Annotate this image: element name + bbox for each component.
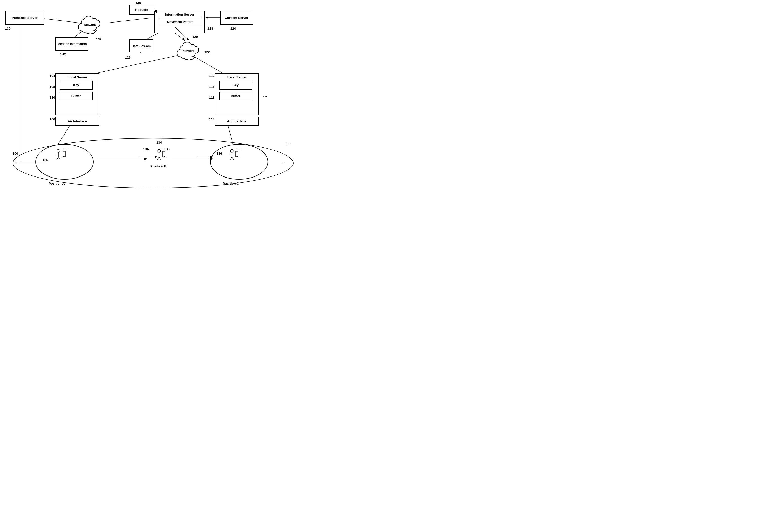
svg-line-13 bbox=[228, 124, 233, 144]
svg-rect-43 bbox=[236, 156, 238, 157]
air-interface1-box: Air Interface bbox=[55, 117, 99, 126]
key1-label: Key bbox=[73, 83, 79, 87]
buffer1-box: Buffer bbox=[60, 92, 93, 100]
network-cloud2: Network bbox=[175, 39, 202, 62]
location-info-label: Location Information bbox=[56, 42, 86, 46]
information-server-label: Information Server bbox=[165, 13, 194, 16]
buffer2-label: Buffer bbox=[231, 94, 240, 98]
svg-line-40 bbox=[232, 157, 233, 160]
local-server1-box: Local Server Key Buffer bbox=[55, 73, 99, 115]
key2-label: Key bbox=[232, 83, 239, 87]
air-interface2-label: Air Interface bbox=[227, 119, 246, 123]
location-info-box: Location Information bbox=[55, 37, 88, 51]
label-106: 106 bbox=[50, 117, 55, 121]
label-142: 142 bbox=[60, 52, 66, 56]
label-134: 134 bbox=[156, 141, 162, 144]
phone-a bbox=[62, 151, 66, 158]
label-140: 140 bbox=[135, 1, 141, 5]
content-server-label: Content Server bbox=[225, 16, 248, 20]
local-server1-label: Local Server bbox=[67, 75, 87, 79]
svg-point-28 bbox=[158, 149, 161, 152]
svg-line-24 bbox=[58, 157, 60, 160]
label-124: 124 bbox=[230, 27, 236, 30]
content-server-box: Content Server bbox=[220, 11, 253, 25]
dots-left-ellipse: ... bbox=[15, 159, 19, 165]
key2-box: Key bbox=[219, 81, 252, 90]
label-130: 130 bbox=[5, 27, 11, 30]
svg-line-39 bbox=[230, 157, 232, 160]
person-a bbox=[56, 149, 61, 160]
svg-rect-35 bbox=[164, 156, 165, 157]
label-122: 122 bbox=[204, 50, 210, 54]
phone-c bbox=[235, 151, 239, 158]
diagram: Presence Server 130 Network 132 Location… bbox=[0, 0, 304, 207]
label-120: 120 bbox=[192, 35, 198, 39]
svg-line-0 bbox=[39, 18, 78, 23]
label-112: 112 bbox=[209, 74, 214, 78]
svg-text:Network: Network bbox=[84, 23, 96, 27]
label-136c: 136 bbox=[216, 152, 222, 156]
label-136a: 136 bbox=[42, 158, 48, 162]
person-c bbox=[229, 149, 234, 160]
label-100: 100 bbox=[13, 152, 18, 156]
request-box: Request bbox=[129, 5, 154, 15]
presence-server-box: Presence Server bbox=[5, 11, 44, 25]
svg-line-23 bbox=[57, 157, 58, 160]
position-c-label: Position C bbox=[223, 182, 239, 185]
network-cloud1: Network bbox=[76, 13, 104, 36]
svg-text:Network: Network bbox=[182, 49, 194, 53]
label-138b: 138 bbox=[164, 147, 169, 151]
buffer2-box: Buffer bbox=[219, 92, 252, 100]
local-server2-label: Local Server bbox=[227, 75, 246, 79]
dots-right-ellipse: ... bbox=[280, 159, 285, 165]
data-stream-label: Data Stream bbox=[132, 44, 151, 48]
request-label: Request bbox=[135, 8, 148, 12]
label-128: 128 bbox=[207, 27, 213, 30]
svg-line-31 bbox=[157, 157, 159, 160]
movement-pattern-label: Movement Pattern bbox=[167, 20, 193, 24]
label-110: 110 bbox=[50, 96, 55, 99]
label-108: 108 bbox=[50, 85, 55, 89]
movement-pattern-box: Movement Pattern bbox=[159, 18, 201, 26]
position-a-label: Position A bbox=[49, 182, 65, 185]
local-server2-box: Local Server Key Buffer bbox=[214, 73, 259, 115]
label-136b: 136 bbox=[143, 147, 149, 151]
position-b-label: Position B bbox=[150, 164, 166, 168]
svg-line-32 bbox=[159, 157, 161, 160]
label-138c: 138 bbox=[236, 147, 241, 151]
air-interface1-label: Air Interface bbox=[68, 119, 87, 123]
label-138a: 138 bbox=[63, 147, 68, 151]
svg-point-20 bbox=[57, 149, 60, 152]
presence-server-label: Presence Server bbox=[12, 16, 38, 20]
svg-rect-27 bbox=[63, 156, 64, 157]
phone-b bbox=[162, 151, 166, 158]
label-118: 118 bbox=[209, 96, 214, 99]
label-132: 132 bbox=[96, 37, 102, 41]
information-server-box: Information Server Movement Pattern bbox=[154, 11, 205, 33]
label-116: 116 bbox=[209, 85, 214, 89]
svg-line-12 bbox=[58, 124, 71, 144]
key1-box: Key bbox=[60, 81, 93, 90]
label-126: 126 bbox=[125, 56, 131, 59]
label-104: 104 bbox=[50, 74, 55, 78]
data-stream-box: Data Stream bbox=[129, 39, 153, 52]
label-102: 102 bbox=[286, 141, 291, 145]
person-b bbox=[156, 149, 162, 160]
buffer1-label: Buffer bbox=[71, 94, 81, 98]
dots-right: ... bbox=[263, 92, 267, 98]
air-interface2-box: Air Interface bbox=[214, 117, 259, 126]
svg-line-2 bbox=[109, 18, 149, 23]
svg-point-36 bbox=[230, 149, 233, 152]
label-114: 114 bbox=[209, 117, 214, 121]
